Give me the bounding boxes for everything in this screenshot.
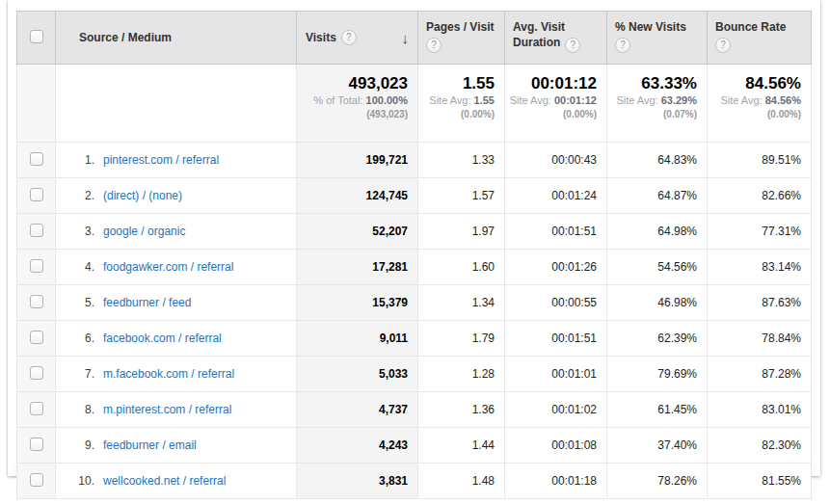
new-visits-cell: 46.98% [607, 285, 708, 321]
row-checkbox[interactable] [30, 259, 43, 273]
column-header-label: Avg. Visit Duration [513, 20, 565, 49]
summary-bounce-rate: 84.56% Site Avg: 84.56% (0.00%) [708, 65, 812, 143]
summary-value: 493,023 [297, 73, 408, 93]
visits-cell: 124,745 [297, 178, 418, 214]
column-header-visits[interactable]: Visits ? ↓ [297, 12, 418, 65]
avg-visit-duration-cell: 00:01:02 [505, 392, 607, 428]
source-medium-link[interactable]: feedburner / feed [103, 296, 191, 309]
row-rank: 4. [69, 260, 94, 274]
new-visits-cell: 54.56% [607, 250, 708, 285]
visits-cell: 15,379 [297, 285, 418, 321]
summary-avg-visit-duration: 00:01:12 Site Avg: 00:01:12 (0.00%) [505, 65, 607, 143]
bounce-rate-cell: 83.01% [708, 392, 812, 428]
avg-visit-duration-cell: 00:00:55 [505, 285, 607, 321]
bounce-rate-cell: 81.55% [708, 464, 812, 499]
new-visits-cell: 64.87% [607, 178, 708, 214]
avg-visit-duration-cell: 00:01:01 [505, 357, 607, 392]
bounce-rate-cell: 89.51% [708, 143, 812, 178]
row-checkbox[interactable] [30, 331, 43, 344]
pages-per-visit-cell: 1.28 [418, 357, 505, 392]
new-visits-cell: 61.45% [607, 392, 708, 428]
source-medium-table: Source / Medium Visits ? ↓ Pages / Visit… [16, 11, 812, 499]
visits-cell: 4,243 [297, 428, 418, 464]
bounce-rate-cell: 78.84% [708, 321, 812, 357]
row-checkbox[interactable] [30, 152, 43, 166]
help-icon[interactable]: ? [715, 38, 731, 53]
column-header-avg-visit-duration[interactable]: Avg. Visit Duration? [505, 12, 607, 65]
table-row: 9.feedburner / email 4,243 1.44 00:01:08… [17, 428, 812, 464]
visits-cell: 9,011 [297, 321, 418, 357]
table-row: 10.wellcooked.net / referral 3,831 1.48 … [17, 464, 812, 499]
source-medium-link[interactable]: m.facebook.com / referral [103, 367, 234, 381]
visits-cell: 5,033 [297, 357, 418, 392]
column-header-label: Source / Medium [79, 31, 172, 44]
source-medium-link[interactable]: (direct) / (none) [103, 189, 182, 202]
row-checkbox[interactable] [30, 224, 43, 237]
select-all-checkbox[interactable] [30, 30, 43, 43]
avg-visit-duration-cell: 00:01:51 [505, 214, 607, 250]
source-medium-link[interactable]: facebook.com / referral [103, 332, 222, 345]
bounce-rate-cell: 87.28% [708, 357, 812, 392]
pages-per-visit-cell: 1.44 [418, 428, 505, 464]
table-row: 3.google / organic 52,207 1.97 00:01:51 … [17, 214, 812, 250]
row-checkbox[interactable] [30, 402, 43, 415]
row-rank: 6. [69, 332, 94, 345]
visits-cell: 4,737 [297, 392, 418, 428]
summary-source-cell [56, 65, 297, 143]
summary-value: 1.55 [418, 73, 495, 93]
row-rank: 7. [69, 367, 94, 381]
table-row: 7.m.facebook.com / referral 5,033 1.28 0… [17, 357, 812, 392]
row-checkbox[interactable] [30, 473, 43, 487]
visits-cell: 52,207 [297, 214, 418, 250]
help-icon[interactable]: ? [341, 30, 357, 45]
source-medium-link[interactable]: feedburner / email [103, 438, 197, 452]
pages-per-visit-cell: 1.97 [418, 214, 505, 250]
summary-pages-per-visit: 1.55 Site Avg: 1.55 (0.00%) [418, 65, 505, 143]
summary-new-visits: 63.33% Site Avg: 63.29% (0.07%) [607, 65, 708, 143]
pages-per-visit-cell: 1.33 [418, 143, 505, 178]
summary-checkbox-cell [17, 65, 56, 143]
sort-descending-icon: ↓ [402, 30, 410, 46]
source-medium-link[interactable]: pinterest.com / referral [103, 153, 219, 167]
summary-visits: 493,023 % of Total: 100.00% (493,023) [297, 65, 418, 143]
visits-cell: 17,281 [297, 250, 418, 285]
new-visits-cell: 37.40% [607, 428, 708, 464]
table-row: 2.(direct) / (none) 124,745 1.57 00:01:2… [17, 178, 812, 214]
column-header-bounce-rate[interactable]: Bounce Rate ? [708, 12, 812, 65]
new-visits-cell: 79.69% [607, 357, 708, 392]
row-checkbox[interactable] [30, 188, 43, 201]
help-icon[interactable]: ? [426, 38, 442, 53]
pages-per-visit-cell: 1.36 [418, 392, 505, 428]
pages-per-visit-cell: 1.34 [418, 285, 505, 321]
row-rank: 1. [69, 153, 94, 167]
new-visits-cell: 64.83% [607, 143, 708, 178]
summary-row: 493,023 % of Total: 100.00% (493,023) 1.… [17, 65, 812, 143]
column-header-source-medium[interactable]: Source / Medium [56, 12, 297, 65]
table-row: 5.feedburner / feed 15,379 1.34 00:00:55… [17, 285, 812, 321]
row-rank: 10. [69, 474, 94, 488]
pages-per-visit-cell: 1.48 [418, 464, 505, 499]
column-header-label: Pages / Visit [426, 19, 498, 35]
source-medium-link[interactable]: google / organic [103, 225, 185, 238]
row-rank: 2. [69, 189, 94, 202]
help-icon[interactable]: ? [565, 38, 580, 53]
column-header-new-visits[interactable]: % New Visits ? [607, 12, 708, 65]
source-medium-link[interactable]: m.pinterest.com / referral [103, 403, 231, 416]
source-medium-link[interactable]: wellcooked.net / referral [103, 474, 226, 488]
bounce-rate-cell: 82.66% [708, 178, 812, 214]
column-header-pages-per-visit[interactable]: Pages / Visit ? [418, 12, 505, 65]
avg-visit-duration-cell: 00:01:18 [505, 464, 607, 499]
row-checkbox[interactable] [30, 295, 43, 308]
row-rank: 9. [69, 438, 94, 452]
help-icon[interactable]: ? [615, 38, 630, 53]
row-checkbox[interactable] [30, 366, 43, 380]
source-medium-link[interactable]: foodgawker.com / referral [103, 260, 233, 274]
summary-value: 84.56% [708, 73, 801, 93]
row-rank: 3. [69, 225, 94, 238]
table-header-row: Source / Medium Visits ? ↓ Pages / Visit… [17, 12, 812, 65]
analytics-table-card: Source / Medium Visits ? ↓ Pages / Visit… [8, 0, 820, 476]
table-row: 6.facebook.com / referral 9,011 1.79 00:… [17, 321, 812, 357]
row-checkbox[interactable] [30, 438, 43, 451]
select-all-header-cell [17, 12, 56, 65]
avg-visit-duration-cell: 00:01:51 [505, 321, 607, 357]
